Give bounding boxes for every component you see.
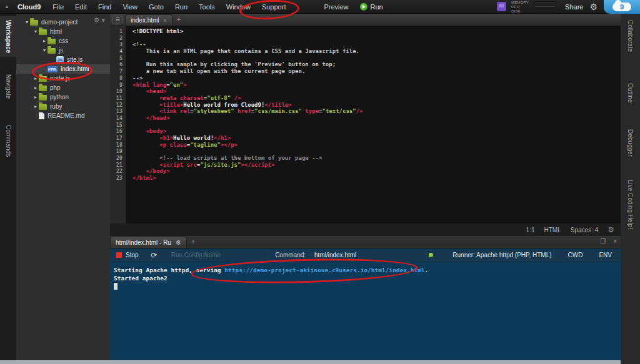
editor-settings-gear-icon[interactable]: ⚙ (608, 225, 614, 234)
code-line[interactable]: Run this sample by clicking the 'Preview… (132, 61, 621, 68)
disclosure-icon[interactable]: ▸ (41, 38, 48, 44)
tab-close-icon[interactable]: × (164, 17, 167, 24)
collapse-menubar-icon[interactable]: ▲ (0, 4, 14, 9)
gutter-line-number[interactable]: 23 (110, 175, 126, 182)
tree-item-readme-md[interactable]: README.md (16, 111, 110, 121)
gutter-line-number[interactable]: 1 (110, 28, 126, 35)
gutter-line-number[interactable]: 22 (110, 168, 126, 175)
code-line[interactable] (132, 55, 621, 62)
run-button[interactable]: Run (355, 3, 388, 11)
rail-tab-collaborate[interactable]: Collaborate (621, 16, 640, 56)
settings-gear-icon[interactable]: ⚙ (589, 2, 598, 12)
tree-item-ruby[interactable]: ▸ruby (16, 102, 110, 111)
console-new-tab-button[interactable]: + (187, 238, 199, 248)
bottom-scrollbar[interactable] (0, 360, 621, 364)
code-line[interactable]: <body> (132, 128, 621, 135)
disclosure-icon[interactable]: ▸ (32, 94, 39, 100)
preview-button[interactable]: Preview (318, 3, 354, 11)
code-line[interactable]: </body> (132, 168, 621, 175)
runner-selector[interactable]: Runner: Apache httpd (PHP, HTML) (452, 252, 551, 258)
gutter-line-number[interactable]: 4 (110, 48, 126, 55)
gutter-line-number[interactable]: 14 (110, 115, 126, 122)
code-line[interactable]: <head> (132, 88, 621, 95)
menu-item-file[interactable]: File (47, 3, 69, 11)
disclosure-icon[interactable]: ▸ (32, 76, 39, 81)
console-output[interactable]: Starting Apache httpd, serving https://d… (110, 262, 621, 292)
line-number-gutter[interactable]: 1234567891011121314151617181920212223 (110, 26, 126, 224)
rail-tab-debugger[interactable]: Debugger (621, 125, 640, 160)
disclosure-icon[interactable]: ▾ (41, 47, 48, 53)
code-line[interactable]: </html> (132, 175, 621, 182)
code-line[interactable]: This is an HTML page that contains a CSS… (132, 48, 621, 55)
gutter-line-number[interactable]: 9 (110, 82, 126, 89)
cloud9-logo[interactable]: 9 (604, 0, 640, 14)
share-button[interactable]: Share (565, 3, 583, 11)
tab-list-icon[interactable]: ☰ (112, 16, 122, 24)
tree-item-php[interactable]: ▸php (16, 83, 110, 92)
gutter-line-number[interactable]: 13 (110, 108, 126, 115)
env-button[interactable]: ENV (599, 252, 612, 258)
cwd-button[interactable]: CWD (568, 252, 583, 258)
code-line[interactable] (132, 148, 621, 155)
runner-status-icon[interactable] (427, 251, 435, 259)
menu-item-support[interactable]: Support (256, 3, 292, 11)
code-line[interactable]: <!DOCTYPE html> (132, 28, 621, 35)
code-line[interactable]: <!-- (132, 41, 621, 48)
code-line[interactable]: <meta charset="utf-8" /> (132, 95, 621, 102)
rail-tab-outline[interactable]: Outline (621, 79, 640, 107)
code-line[interactable]: --> (132, 75, 621, 82)
gutter-line-number[interactable]: 15 (110, 122, 126, 129)
command-value-input[interactable]: html/index.html (314, 252, 356, 258)
tree-item-site-js[interactable]: JSsite.js (16, 55, 110, 64)
gutter-line-number[interactable]: 7 (110, 68, 126, 75)
gutter-line-number[interactable]: 3 (110, 41, 126, 48)
gutter-line-number[interactable]: 20 (110, 155, 126, 162)
disclosure-icon[interactable]: ▾ (32, 29, 39, 34)
new-tab-button[interactable]: + (172, 16, 185, 26)
cursor-position[interactable]: 1:1 (526, 227, 535, 234)
code-area[interactable]: <!DOCTYPE html> <!-- This is an HTML pag… (126, 26, 621, 224)
code-editor[interactable]: 1234567891011121314151617181920212223 <!… (110, 26, 621, 224)
code-line[interactable]: <h1>Hello world!</h1> (132, 135, 621, 142)
disclosure-icon[interactable]: ▸ (32, 104, 39, 109)
gutter-line-number[interactable]: 21 (110, 162, 126, 169)
tree-item-python[interactable]: ▸python (16, 92, 110, 102)
tree-item-index-html[interactable]: HTMLindex.html (16, 64, 110, 74)
gutter-line-number[interactable]: 18 (110, 142, 126, 149)
code-line[interactable]: </head> (132, 115, 621, 122)
gutter-line-number[interactable]: 5 (110, 55, 126, 62)
float-panel-icon[interactable]: ❐ (600, 238, 606, 245)
restart-icon[interactable]: ⟳ (145, 251, 164, 260)
menu-item-view[interactable]: View (117, 3, 143, 11)
tree-settings-gear-icon[interactable]: ⚙ ▾ (94, 16, 105, 24)
tree-item-html[interactable]: ▾html (16, 27, 110, 36)
code-line[interactable] (132, 122, 621, 129)
rail-tab-live-coding-help-[interactable]: Live Coding Help! (621, 176, 640, 233)
gutter-line-number[interactable]: 2 (110, 35, 126, 42)
tree-item-css[interactable]: ▸css (16, 36, 110, 46)
run-config-name-input[interactable]: Run Config Name (164, 252, 228, 258)
menu-item-find[interactable]: Find (92, 3, 117, 11)
indentation-setting[interactable]: Spaces: 4 (571, 227, 598, 234)
menu-item-edit[interactable]: Edit (69, 3, 92, 11)
rail-tab-navigate[interactable]: Navigate (0, 71, 16, 102)
rail-tab-commands[interactable]: Commands (0, 121, 16, 160)
gutter-line-number[interactable]: 19 (110, 148, 126, 155)
disclosure-icon[interactable]: ▾ (24, 19, 30, 25)
menu-item-goto[interactable]: Goto (143, 3, 169, 11)
stop-button[interactable]: Stop (110, 252, 145, 258)
code-line[interactable]: <title>Hello world from Cloud9!</title> (132, 102, 621, 109)
tree-item-node-js[interactable]: ▸node.js (16, 74, 110, 83)
served-url-link[interactable]: https://demo-project-akiinoue.c9users.io… (224, 267, 424, 273)
code-line[interactable]: <html lang="en"> (132, 82, 621, 89)
menu-item-run[interactable]: Run (169, 3, 193, 11)
console-tab[interactable]: html/index.html - Ru ⚙ (110, 237, 187, 248)
gutter-line-number[interactable]: 12 (110, 102, 126, 109)
cloud9-menu[interactable]: Cloud9 (14, 3, 47, 11)
code-line[interactable]: <script src="js/site.js"></script> (132, 162, 621, 169)
code-line[interactable]: a new tab will open with the current pag… (132, 68, 621, 75)
code-line[interactable]: <link rel="stylesheet" href="css/main.cs… (132, 108, 621, 115)
gutter-line-number[interactable]: 11 (110, 95, 126, 102)
code-line[interactable]: <!-- load scripts at the bottom of your … (132, 155, 621, 162)
rail-tab-workspace[interactable]: Workspace (0, 16, 16, 57)
